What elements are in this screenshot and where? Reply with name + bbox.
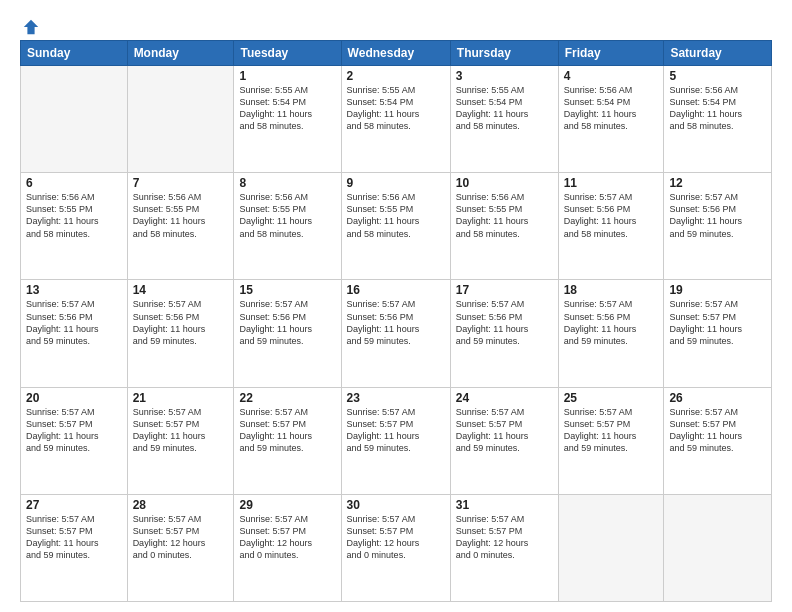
calendar-cell: 21Sunrise: 5:57 AM Sunset: 5:57 PM Dayli…	[127, 387, 234, 494]
weekday-header-friday: Friday	[558, 41, 664, 66]
day-number: 11	[564, 176, 659, 190]
calendar-cell: 15Sunrise: 5:57 AM Sunset: 5:56 PM Dayli…	[234, 280, 341, 387]
day-number: 26	[669, 391, 766, 405]
day-info: Sunrise: 5:57 AM Sunset: 5:57 PM Dayligh…	[564, 406, 659, 455]
day-number: 23	[347, 391, 445, 405]
day-number: 8	[239, 176, 335, 190]
calendar-cell: 16Sunrise: 5:57 AM Sunset: 5:56 PM Dayli…	[341, 280, 450, 387]
week-row-3: 13Sunrise: 5:57 AM Sunset: 5:56 PM Dayli…	[21, 280, 772, 387]
day-number: 12	[669, 176, 766, 190]
day-info: Sunrise: 5:57 AM Sunset: 5:57 PM Dayligh…	[669, 298, 766, 347]
day-number: 9	[347, 176, 445, 190]
calendar-cell: 20Sunrise: 5:57 AM Sunset: 5:57 PM Dayli…	[21, 387, 128, 494]
calendar-cell: 24Sunrise: 5:57 AM Sunset: 5:57 PM Dayli…	[450, 387, 558, 494]
calendar-cell: 29Sunrise: 5:57 AM Sunset: 5:57 PM Dayli…	[234, 494, 341, 601]
day-number: 24	[456, 391, 553, 405]
calendar-cell: 18Sunrise: 5:57 AM Sunset: 5:56 PM Dayli…	[558, 280, 664, 387]
weekday-header-sunday: Sunday	[21, 41, 128, 66]
day-number: 13	[26, 283, 122, 297]
day-info: Sunrise: 5:57 AM Sunset: 5:57 PM Dayligh…	[133, 406, 229, 455]
day-info: Sunrise: 5:57 AM Sunset: 5:57 PM Dayligh…	[669, 406, 766, 455]
day-number: 31	[456, 498, 553, 512]
day-info: Sunrise: 5:56 AM Sunset: 5:54 PM Dayligh…	[564, 84, 659, 133]
day-number: 19	[669, 283, 766, 297]
calendar-cell: 26Sunrise: 5:57 AM Sunset: 5:57 PM Dayli…	[664, 387, 772, 494]
week-row-1: 1Sunrise: 5:55 AM Sunset: 5:54 PM Daylig…	[21, 66, 772, 173]
calendar-cell	[558, 494, 664, 601]
calendar-table: SundayMondayTuesdayWednesdayThursdayFrid…	[20, 40, 772, 602]
calendar-cell: 30Sunrise: 5:57 AM Sunset: 5:57 PM Dayli…	[341, 494, 450, 601]
day-info: Sunrise: 5:57 AM Sunset: 5:56 PM Dayligh…	[133, 298, 229, 347]
calendar-cell: 25Sunrise: 5:57 AM Sunset: 5:57 PM Dayli…	[558, 387, 664, 494]
day-number: 7	[133, 176, 229, 190]
weekday-header-saturday: Saturday	[664, 41, 772, 66]
page: SundayMondayTuesdayWednesdayThursdayFrid…	[0, 0, 792, 612]
day-info: Sunrise: 5:57 AM Sunset: 5:57 PM Dayligh…	[347, 513, 445, 562]
day-number: 17	[456, 283, 553, 297]
calendar-cell: 11Sunrise: 5:57 AM Sunset: 5:56 PM Dayli…	[558, 173, 664, 280]
calendar-cell	[127, 66, 234, 173]
calendar-cell: 22Sunrise: 5:57 AM Sunset: 5:57 PM Dayli…	[234, 387, 341, 494]
day-number: 5	[669, 69, 766, 83]
day-info: Sunrise: 5:55 AM Sunset: 5:54 PM Dayligh…	[239, 84, 335, 133]
calendar-cell: 14Sunrise: 5:57 AM Sunset: 5:56 PM Dayli…	[127, 280, 234, 387]
calendar-cell	[21, 66, 128, 173]
calendar-cell: 31Sunrise: 5:57 AM Sunset: 5:57 PM Dayli…	[450, 494, 558, 601]
calendar-cell: 3Sunrise: 5:55 AM Sunset: 5:54 PM Daylig…	[450, 66, 558, 173]
week-row-4: 20Sunrise: 5:57 AM Sunset: 5:57 PM Dayli…	[21, 387, 772, 494]
day-info: Sunrise: 5:57 AM Sunset: 5:57 PM Dayligh…	[456, 406, 553, 455]
day-number: 18	[564, 283, 659, 297]
calendar-cell: 17Sunrise: 5:57 AM Sunset: 5:56 PM Dayli…	[450, 280, 558, 387]
svg-marker-0	[24, 20, 38, 34]
logo-icon	[22, 18, 40, 36]
day-number: 15	[239, 283, 335, 297]
day-info: Sunrise: 5:56 AM Sunset: 5:55 PM Dayligh…	[347, 191, 445, 240]
day-number: 3	[456, 69, 553, 83]
day-number: 4	[564, 69, 659, 83]
calendar-cell: 8Sunrise: 5:56 AM Sunset: 5:55 PM Daylig…	[234, 173, 341, 280]
day-info: Sunrise: 5:57 AM Sunset: 5:57 PM Dayligh…	[239, 513, 335, 562]
day-info: Sunrise: 5:56 AM Sunset: 5:54 PM Dayligh…	[669, 84, 766, 133]
calendar-cell: 27Sunrise: 5:57 AM Sunset: 5:57 PM Dayli…	[21, 494, 128, 601]
day-info: Sunrise: 5:56 AM Sunset: 5:55 PM Dayligh…	[456, 191, 553, 240]
day-number: 27	[26, 498, 122, 512]
calendar-cell: 28Sunrise: 5:57 AM Sunset: 5:57 PM Dayli…	[127, 494, 234, 601]
header	[20, 18, 772, 32]
calendar-cell: 19Sunrise: 5:57 AM Sunset: 5:57 PM Dayli…	[664, 280, 772, 387]
calendar-cell	[664, 494, 772, 601]
day-number: 14	[133, 283, 229, 297]
week-row-2: 6Sunrise: 5:56 AM Sunset: 5:55 PM Daylig…	[21, 173, 772, 280]
day-number: 1	[239, 69, 335, 83]
calendar-cell: 4Sunrise: 5:56 AM Sunset: 5:54 PM Daylig…	[558, 66, 664, 173]
calendar-cell: 9Sunrise: 5:56 AM Sunset: 5:55 PM Daylig…	[341, 173, 450, 280]
day-info: Sunrise: 5:57 AM Sunset: 5:56 PM Dayligh…	[347, 298, 445, 347]
day-number: 30	[347, 498, 445, 512]
day-info: Sunrise: 5:57 AM Sunset: 5:56 PM Dayligh…	[26, 298, 122, 347]
day-info: Sunrise: 5:57 AM Sunset: 5:57 PM Dayligh…	[456, 513, 553, 562]
day-number: 10	[456, 176, 553, 190]
calendar-cell: 12Sunrise: 5:57 AM Sunset: 5:56 PM Dayli…	[664, 173, 772, 280]
day-info: Sunrise: 5:57 AM Sunset: 5:57 PM Dayligh…	[26, 513, 122, 562]
weekday-header-tuesday: Tuesday	[234, 41, 341, 66]
day-info: Sunrise: 5:57 AM Sunset: 5:57 PM Dayligh…	[239, 406, 335, 455]
day-number: 28	[133, 498, 229, 512]
day-info: Sunrise: 5:57 AM Sunset: 5:57 PM Dayligh…	[347, 406, 445, 455]
day-info: Sunrise: 5:57 AM Sunset: 5:57 PM Dayligh…	[133, 513, 229, 562]
day-number: 16	[347, 283, 445, 297]
day-number: 22	[239, 391, 335, 405]
day-info: Sunrise: 5:57 AM Sunset: 5:56 PM Dayligh…	[456, 298, 553, 347]
day-info: Sunrise: 5:56 AM Sunset: 5:55 PM Dayligh…	[26, 191, 122, 240]
calendar-cell: 6Sunrise: 5:56 AM Sunset: 5:55 PM Daylig…	[21, 173, 128, 280]
logo	[20, 18, 40, 32]
day-number: 20	[26, 391, 122, 405]
calendar-cell: 2Sunrise: 5:55 AM Sunset: 5:54 PM Daylig…	[341, 66, 450, 173]
calendar-cell: 23Sunrise: 5:57 AM Sunset: 5:57 PM Dayli…	[341, 387, 450, 494]
day-number: 6	[26, 176, 122, 190]
calendar-cell: 1Sunrise: 5:55 AM Sunset: 5:54 PM Daylig…	[234, 66, 341, 173]
day-number: 29	[239, 498, 335, 512]
calendar-cell: 7Sunrise: 5:56 AM Sunset: 5:55 PM Daylig…	[127, 173, 234, 280]
calendar-cell: 5Sunrise: 5:56 AM Sunset: 5:54 PM Daylig…	[664, 66, 772, 173]
day-info: Sunrise: 5:57 AM Sunset: 5:57 PM Dayligh…	[26, 406, 122, 455]
day-info: Sunrise: 5:56 AM Sunset: 5:55 PM Dayligh…	[133, 191, 229, 240]
weekday-header-row: SundayMondayTuesdayWednesdayThursdayFrid…	[21, 41, 772, 66]
